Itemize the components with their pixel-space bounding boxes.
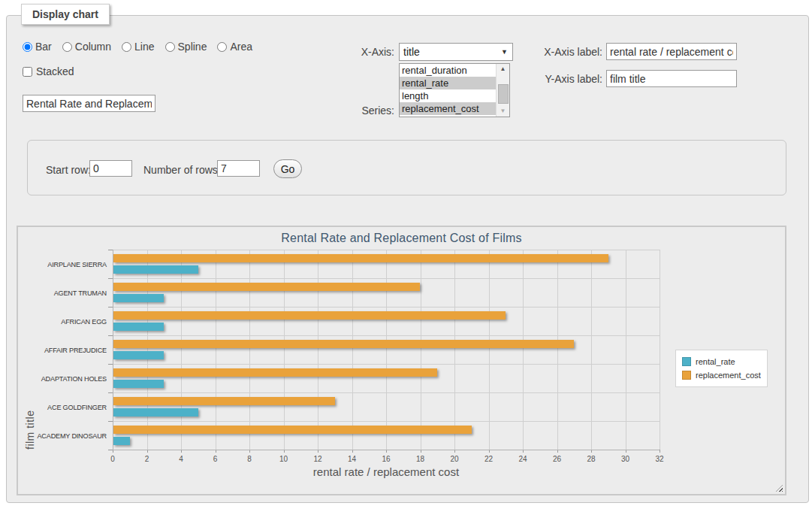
x-gridline xyxy=(181,250,182,450)
series-label: Series: xyxy=(323,105,394,117)
chart-type-option-bar[interactable]: Bar xyxy=(23,41,52,53)
legend-label: replacement_cost xyxy=(696,371,761,380)
go-button[interactable]: Go xyxy=(273,159,302,178)
x-tick-label: 2 xyxy=(136,455,158,463)
y-axis-label-field-label: Y-Axis label: xyxy=(529,73,602,85)
chart-title: Rental Rate and Replacement Cost of Film… xyxy=(18,232,785,245)
chart-type-option-spline[interactable]: Spline xyxy=(165,41,207,53)
x-axis-select[interactable]: title ▼ xyxy=(399,43,513,61)
x-tick-label: 6 xyxy=(204,455,227,463)
bar-replacement_cost[interactable] xyxy=(113,254,608,262)
bar-rental_rate[interactable] xyxy=(113,408,198,417)
y-axis-label-input[interactable] xyxy=(606,70,737,87)
chart-type-radio-spline[interactable] xyxy=(165,42,175,52)
number-of-rows-label: Number of rows: xyxy=(143,164,221,176)
legend-label: rental_rate xyxy=(696,357,735,366)
bar-rental_rate[interactable] xyxy=(113,323,164,331)
bar-replacement_cost[interactable] xyxy=(113,397,335,405)
x-tick-label: 8 xyxy=(238,455,261,463)
scrollbar-thumb[interactable] xyxy=(498,84,509,104)
chart-type-option-line[interactable]: Line xyxy=(122,41,154,53)
x-tick-label: 0 xyxy=(101,455,124,463)
page: Display chart BarColumnLineSplineArea St… xyxy=(0,0,812,512)
bar-replacement_cost[interactable] xyxy=(113,311,506,320)
chart-type-radio-line[interactable] xyxy=(122,42,131,52)
legend-item-replacement_cost[interactable]: replacement_cost xyxy=(682,368,761,382)
bar-rental_rate[interactable] xyxy=(113,380,164,388)
series-option-rental_duration[interactable]: rental_duration xyxy=(400,64,497,77)
x-gridline xyxy=(421,250,421,450)
x-gridline xyxy=(626,250,626,450)
x-tick-label: 28 xyxy=(580,455,602,463)
x-axis-selected-value: title xyxy=(403,46,420,58)
x-tick-label: 18 xyxy=(409,455,432,463)
chart-type-label: Bar xyxy=(35,41,52,53)
series-option-rental_rate[interactable]: rental_rate xyxy=(400,77,497,89)
x-gridline xyxy=(523,250,524,450)
legend-item-rental_rate[interactable]: rental_rate xyxy=(682,355,761,368)
bar-rental_rate[interactable] xyxy=(113,265,198,274)
x-tick-label: 12 xyxy=(306,455,329,463)
x-tick-label: 10 xyxy=(273,455,295,463)
bar-replacement_cost[interactable] xyxy=(113,283,420,291)
chart-container: Rental Rate and Replacement Cost of Film… xyxy=(17,226,786,495)
category-label: ACE GOLDFINGER xyxy=(25,392,107,421)
bar-rental_rate[interactable] xyxy=(113,351,164,359)
number-of-rows-input[interactable] xyxy=(217,160,260,177)
start-row-input[interactable] xyxy=(89,160,132,177)
stacked-checkbox-row[interactable]: Stacked xyxy=(23,65,74,77)
chart-type-label: Column xyxy=(75,41,111,53)
x-gridline xyxy=(591,250,592,450)
x-axis-label-field-label: X-Axis label: xyxy=(529,46,602,58)
bar-replacement_cost[interactable] xyxy=(113,340,574,348)
bar-replacement_cost[interactable] xyxy=(113,426,472,434)
chart-type-label: Spline xyxy=(178,41,207,53)
rows-panel: Start row: Number of rows: Go xyxy=(27,140,786,195)
chart-type-option-column[interactable]: Column xyxy=(62,41,111,53)
chart-type-label: Line xyxy=(134,41,154,53)
legend-swatch-icon xyxy=(682,371,691,380)
series-option-replacement_cost[interactable]: replacement_cost xyxy=(400,102,497,115)
x-axis-label-input[interactable] xyxy=(606,43,737,60)
listbox-scrollbar[interactable]: ▲ ▼ xyxy=(496,64,509,117)
bar-rental_rate[interactable] xyxy=(113,294,164,302)
x-gridline xyxy=(352,250,353,450)
x-gridline xyxy=(386,250,387,450)
category-label: AFFAIR PREJUDICE xyxy=(25,335,107,364)
x-tick-label: 22 xyxy=(478,455,500,463)
stacked-checkbox[interactable] xyxy=(23,67,32,77)
x-gridline xyxy=(489,250,490,450)
x-tick-label: 16 xyxy=(375,455,397,463)
scroll-up-icon[interactable]: ▲ xyxy=(497,64,509,74)
chart-title-input[interactable] xyxy=(23,95,155,112)
series-options: rental_durationrental_ratelengthreplacem… xyxy=(400,64,509,115)
x-gridline xyxy=(147,250,148,450)
x-tick-label: 32 xyxy=(648,455,671,463)
stacked-label: Stacked xyxy=(36,65,74,77)
panel-title: Display chart xyxy=(21,4,110,25)
x-gridline xyxy=(284,250,285,450)
chart-type-radio-bar[interactable] xyxy=(23,42,32,52)
x-tick-label: 30 xyxy=(614,455,637,463)
chart-type-radio-group: BarColumnLineSplineArea xyxy=(23,41,263,53)
series-option-length[interactable]: length xyxy=(400,89,497,102)
resize-handle-icon[interactable] xyxy=(776,485,783,492)
category-label: AGENT TRUMAN xyxy=(25,278,107,307)
x-gridline xyxy=(249,250,250,450)
x-tick-label: 14 xyxy=(341,455,364,463)
series-listbox[interactable]: rental_durationrental_ratelengthreplacem… xyxy=(399,63,510,117)
x-gridline xyxy=(557,250,558,450)
chart-type-radio-area[interactable] xyxy=(217,42,227,52)
bar-rental_rate[interactable] xyxy=(113,437,130,445)
category-label: ACADEMY DINOSAUR xyxy=(25,421,107,450)
x-gridline xyxy=(454,250,455,450)
scroll-down-icon[interactable]: ▼ xyxy=(497,106,509,117)
bar-replacement_cost[interactable] xyxy=(113,368,437,377)
chart-type-radio-column[interactable] xyxy=(62,42,72,52)
chart-type-option-area[interactable]: Area xyxy=(217,41,252,53)
x-axis-tick xyxy=(660,450,660,453)
chart-type-label: Area xyxy=(230,41,252,53)
x-gridline xyxy=(216,250,216,450)
chevron-down-icon: ▼ xyxy=(501,48,508,56)
x-tick-label: 24 xyxy=(512,455,534,463)
